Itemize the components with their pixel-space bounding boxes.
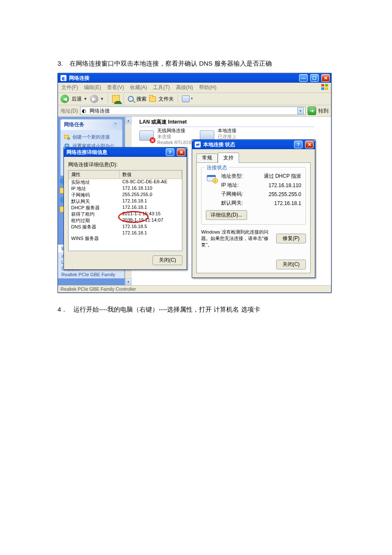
- scroll-up-icon[interactable]: ▴: [125, 117, 132, 124]
- folders-icon[interactable]: [149, 96, 156, 102]
- back-button[interactable]: ◀: [61, 95, 69, 103]
- listview-row[interactable]: DHCP 服务器172.16.18.1: [69, 205, 182, 211]
- status-dialog-title: 本地连接 状态: [203, 141, 235, 148]
- instruction-step-3: 3. 在网络连接窗口中双击本地连接，察看并确认 DNS 服务器输入是否正确: [58, 60, 392, 68]
- property-cell: DNS 服务器: [69, 224, 120, 230]
- col-property[interactable]: 属性: [69, 171, 120, 179]
- separator: [124, 95, 124, 103]
- tab-panel-support: 连接状态 i 地址类型:通过 DHCP 指派 IP 地址:172.16.18.1…: [196, 162, 311, 273]
- listview-row[interactable]: IP 地址172.16.18.110: [69, 185, 182, 192]
- go-button[interactable]: ➜: [308, 107, 316, 115]
- folders-label[interactable]: 文件夹: [159, 95, 174, 103]
- menu-advanced[interactable]: 高级(N): [176, 84, 193, 91]
- forward-dropdown-icon[interactable]: ▼: [100, 97, 104, 101]
- svg-text:i: i: [215, 179, 216, 183]
- mask-value: 255.255.255.0: [259, 191, 301, 197]
- value-cell: 172.16.18.110: [120, 185, 182, 192]
- connection-details-dialog: 网络连接详细信息 ? ✕ 网络连接详细信息(D): 属性 数值 实际地址C8-9…: [63, 147, 187, 270]
- help-button[interactable]: ?: [294, 141, 303, 148]
- scroll-down-icon[interactable]: ▾: [125, 278, 132, 285]
- address-dropdown-icon[interactable]: ▾: [297, 107, 304, 114]
- menu-edit[interactable]: 编辑(E): [84, 84, 101, 91]
- svg-rect-3: [325, 87, 328, 90]
- help-button[interactable]: ?: [166, 148, 174, 156]
- property-cell: [69, 230, 120, 235]
- value-cell: 172.16.18.1: [120, 205, 182, 211]
- value-cell: 172.16.18.5: [120, 224, 182, 230]
- back-dropdown-icon[interactable]: ▼: [84, 97, 87, 101]
- group-title: 连接状态: [205, 164, 229, 171]
- details-listview[interactable]: 属性 数值 实际地址C8-9C-DC-DE-E8-AEIP 地址172.16.1…: [68, 170, 182, 251]
- menu-help[interactable]: 帮助(H): [199, 84, 216, 91]
- listview-row[interactable]: 实际地址C8-9C-DC-DE-E8-AE: [69, 179, 182, 185]
- menu-bar: 文件(F) 编辑(E) 查看(V) 收藏(A) 工具(T) 高级(N) 帮助(H…: [58, 83, 331, 93]
- close-button[interactable]: ✕: [177, 148, 185, 156]
- up-button[interactable]: [112, 95, 120, 103]
- connection-status-dialog: ⇄ 本地连接 状态 ? ✕ 常规 支持 连接状态 i: [192, 139, 315, 278]
- details-dialog-titlebar[interactable]: 网络连接详细信息 ? ✕: [64, 147, 187, 157]
- minimize-button[interactable]: —: [299, 74, 308, 82]
- sel-line: Realtek PCIe GBE Family: [61, 272, 121, 278]
- col-value[interactable]: 数值: [120, 171, 182, 179]
- address-field[interactable]: ◐ 网络连接 ▾: [80, 107, 306, 115]
- listview-header[interactable]: 属性 数值: [69, 171, 182, 179]
- listview-row[interactable]: 子网掩码255.255.255.0: [69, 192, 182, 198]
- menu-file[interactable]: 文件(F): [61, 84, 78, 91]
- close-button[interactable]: ✕: [305, 141, 314, 148]
- ip-value: 172.16.18.110: [259, 182, 301, 188]
- maximize-button[interactable]: ☐: [310, 74, 319, 82]
- addr-type-label: 地址类型:: [221, 173, 259, 180]
- listview-row[interactable]: 租约过期2038-1-19 11:14:07: [69, 217, 182, 224]
- listview-row[interactable]: DNS 服务器172.16.18.5: [69, 224, 182, 230]
- listview-row[interactable]: WINS 服务器: [69, 235, 182, 242]
- collapse-icon[interactable]: ⌃: [112, 121, 119, 128]
- forward-button[interactable]: ▶: [90, 95, 98, 103]
- close-button[interactable]: ✕: [321, 74, 330, 82]
- value-cell: 255.255.255.0: [120, 192, 182, 198]
- views-button[interactable]: [182, 95, 190, 102]
- property-cell: 默认网关: [69, 198, 120, 205]
- gw-value: 172.16.18.1: [259, 200, 301, 206]
- window-titlebar[interactable]: ◐ 网络连接 — ☐ ✕: [58, 73, 331, 83]
- app-icon: ◐: [61, 75, 66, 81]
- value-cell: 2038-1-19 11:14:07: [120, 217, 182, 224]
- group-header-lan: LAN 或高速 Internet: [139, 119, 187, 126]
- value-cell: C8-9C-DC-DE-E8-AE: [120, 179, 182, 185]
- step-number: 3.: [58, 60, 63, 68]
- status-close-button[interactable]: 关闭(C): [276, 260, 306, 269]
- addr-type-value: 通过 DHCP 指派: [259, 173, 301, 180]
- details-close-button[interactable]: 关闭(C): [153, 255, 182, 265]
- task-new-connection[interactable]: + 创建一个新的连接: [64, 133, 119, 142]
- value-cell: 172.16.18.1: [120, 198, 182, 205]
- status-dialog-titlebar[interactable]: ⇄ 本地连接 状态 ? ✕: [192, 140, 315, 149]
- ip-label: IP 地址:: [221, 182, 259, 189]
- menu-view[interactable]: 查看(V): [107, 84, 124, 91]
- listview-row[interactable]: 默认网关172.16.18.1: [69, 198, 182, 205]
- tab-support[interactable]: 支持: [218, 153, 239, 163]
- task-link[interactable]: 创建一个新的连接: [72, 134, 110, 140]
- conn-name: 本地连接: [218, 128, 260, 134]
- wireless-icon: ✕: [139, 128, 155, 142]
- listview-row[interactable]: 172.16.18.1: [69, 230, 182, 235]
- connection-status-group: 连接状态 i 地址类型:通过 DHCP 指派 IP 地址:172.16.18.1…: [201, 167, 306, 225]
- windows-logo-icon: [321, 84, 329, 90]
- property-cell: 租约过期: [69, 217, 120, 224]
- listview-row[interactable]: 获得了租约2011-1-1 15:43:15: [69, 211, 182, 217]
- menu-tools[interactable]: 工具(T): [153, 84, 170, 91]
- address-value: 网络连接: [89, 107, 110, 115]
- tasks-panel-header[interactable]: 网络任务 ⌃: [61, 119, 122, 130]
- details-button[interactable]: 详细信息(D)...: [206, 210, 247, 220]
- toolbar: ◀ 后退 ▼ ▶ ▼ 搜索 文件夹: [58, 93, 331, 105]
- repair-row: Windows 没有检测到此连接的问题。如果您无法连接，请单击"修复"。 修复(…: [201, 229, 306, 248]
- back-label[interactable]: 后退: [72, 95, 82, 103]
- address-icon: ◐: [82, 108, 88, 114]
- menu-favorites[interactable]: 收藏(A): [130, 84, 147, 91]
- conn-name: 无线网络连接: [157, 128, 201, 134]
- property-cell: DHCP 服务器: [69, 205, 120, 211]
- go-label[interactable]: 转到: [318, 107, 329, 115]
- repair-button[interactable]: 修复(P): [276, 234, 306, 243]
- search-label[interactable]: 搜索: [136, 95, 147, 103]
- search-icon[interactable]: [128, 96, 134, 102]
- property-cell: 实际地址: [69, 179, 120, 185]
- value-cell: 2011-1-1 15:43:15: [120, 211, 182, 217]
